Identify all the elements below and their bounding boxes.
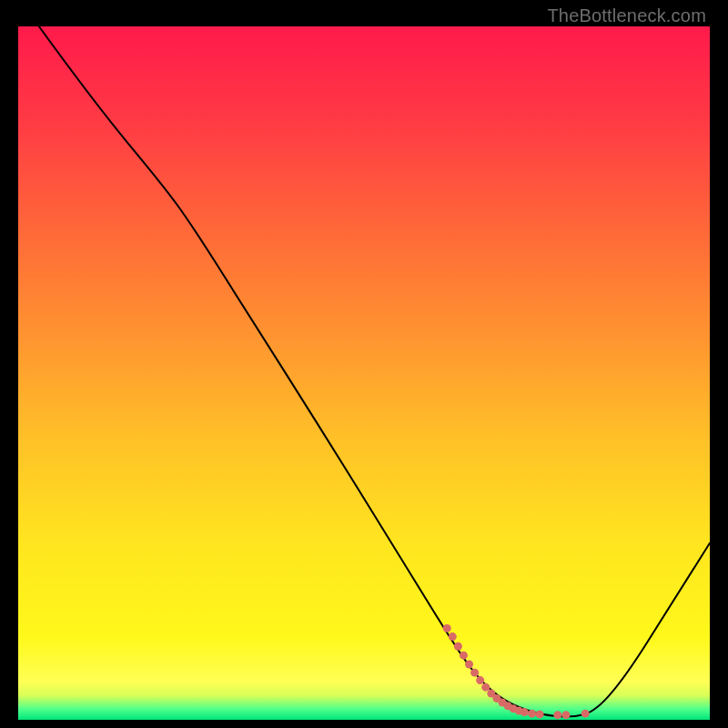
svg-point-1 xyxy=(449,632,457,641)
svg-point-19 xyxy=(581,710,590,718)
chart-frame xyxy=(18,26,710,720)
svg-point-16 xyxy=(536,710,544,718)
svg-point-2 xyxy=(454,642,462,651)
svg-point-6 xyxy=(476,676,484,684)
svg-point-15 xyxy=(528,710,536,718)
svg-point-17 xyxy=(553,711,561,719)
watermark-text: TheBottleneck.com xyxy=(547,5,706,26)
svg-point-0 xyxy=(443,624,451,632)
svg-point-14 xyxy=(521,708,529,716)
chart-background xyxy=(18,26,710,720)
svg-point-4 xyxy=(465,661,473,669)
svg-point-7 xyxy=(481,683,490,692)
svg-point-5 xyxy=(470,669,479,677)
bottleneck-chart xyxy=(18,26,710,720)
svg-point-3 xyxy=(460,652,468,660)
svg-point-18 xyxy=(561,711,570,719)
